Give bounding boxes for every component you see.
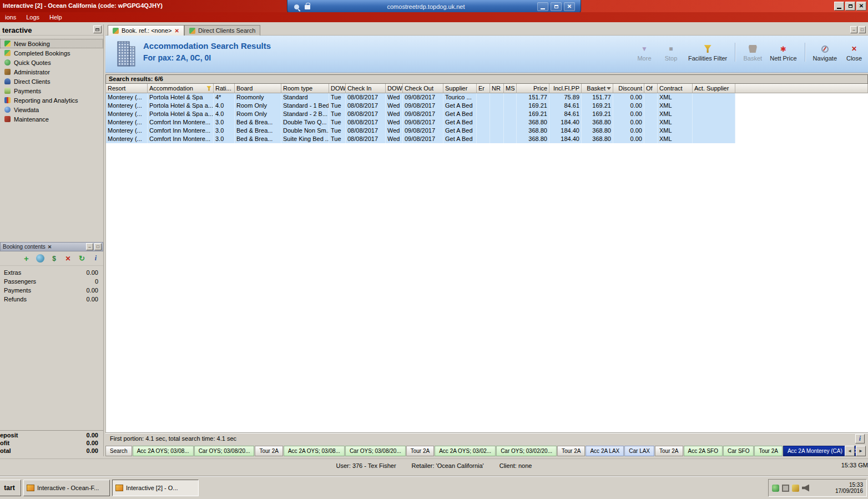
bottom-tab-acc-2a-oys-03-08[interactable]: Acc 2A OYS; 03/08... — [133, 446, 194, 456]
bottom-tab-tour-2a[interactable]: Tour 2A — [557, 446, 585, 456]
bottom-tab-acc-2a-oys-03-02[interactable]: Acc 2A OYS; 03/02... — [435, 446, 496, 456]
column-header-dow[interactable]: DOW — [386, 84, 403, 93]
devices-icon[interactable] — [792, 485, 799, 492]
bottom-tab-acc-2a-oys-03-08[interactable]: Acc 2A OYS; 03/08... — [284, 446, 345, 456]
column-header-room-type[interactable]: Room type — [281, 84, 329, 93]
bottom-tab-tour-2a[interactable]: Tour 2A — [255, 446, 282, 456]
sidebar-item-payments[interactable]: Payments — [0, 86, 103, 95]
navigate-button[interactable]: Navigate — [813, 46, 837, 62]
column-header-check-in[interactable]: Check In — [346, 84, 386, 93]
sidebar-item-maintenance[interactable]: Maintenance — [0, 114, 103, 124]
table-row[interactable]: Monterey (...Comfort Inn Montere...3.0Be… — [106, 118, 868, 127]
menu-item-help[interactable]: Help — [44, 14, 67, 21]
column-header-of[interactable]: Of — [644, 84, 658, 93]
column-header-basket[interactable]: Basket — [582, 84, 613, 93]
bottom-tab-car-oys-03-02-20[interactable]: Car OYS; 03/02/20... — [496, 446, 557, 456]
taskbar-window-interactive-2-o[interactable]: Interactive [2] - O... — [112, 480, 199, 496]
rdp-close-button[interactable]: ✕ — [564, 2, 575, 11]
panel-minimize-button[interactable]: – — [850, 26, 857, 33]
column-header-incl-fl-pp[interactable]: Incl.Fl.PP — [549, 84, 582, 93]
panel-restore-button[interactable]: □ — [859, 26, 866, 33]
bottom-tab-acc-2a-lax[interactable]: Acc 2A LAX — [586, 446, 624, 456]
bottom-tab-tour-2a[interactable]: Tour 2A — [655, 446, 683, 456]
column-header-nr[interactable]: NR — [490, 84, 504, 93]
info-button[interactable] — [855, 434, 865, 443]
add-icon[interactable] — [22, 254, 31, 263]
sidebar-item-quick-quotes[interactable]: Quick Quotes — [0, 58, 103, 67]
scroll-left-button[interactable]: ◄ — [845, 446, 855, 456]
column-header-price[interactable]: Price — [517, 84, 549, 93]
panel-minimize-button[interactable]: – — [86, 243, 93, 250]
start-button[interactable]: tart — [0, 480, 21, 496]
rdp-restore-button[interactable] — [551, 2, 562, 11]
column-header-board[interactable]: Board — [235, 84, 281, 93]
column-header-rati[interactable]: Rati... — [214, 84, 235, 93]
column-header-ms[interactable]: MS — [504, 84, 517, 93]
bottom-tab-car-oys-03-08-20[interactable]: Car OYS; 03/08/20... — [345, 446, 406, 456]
nett-price-button[interactable]: Nett Price — [770, 45, 796, 62]
table-cell: Standard — [281, 93, 329, 102]
table-row[interactable]: Monterey (...Portola Hotel & Spa4*Roomon… — [106, 93, 868, 102]
panel-restore-button[interactable]: □ — [94, 243, 102, 250]
pin-icon[interactable] — [294, 4, 299, 9]
table-row[interactable]: Monterey (...Portola Hotel & Spa a...4.0… — [106, 102, 868, 110]
sidebar-collapse-button[interactable] — [93, 26, 102, 33]
table-row[interactable]: Monterey (...Portola Hotel & Spa a...4.0… — [106, 110, 868, 118]
sidebar-item-reporting-and-analytics[interactable]: Reporting and Analytics — [0, 95, 103, 105]
facilities-filter-button[interactable]: Facilities Filter — [688, 45, 727, 62]
tab-close-icon[interactable]: ✕ — [175, 28, 179, 34]
column-header-dow[interactable]: DOW — [329, 84, 346, 93]
booking-panel-close-icon[interactable]: ✕ — [48, 244, 52, 250]
sidebar-item-completed-bookings[interactable]: Completed Bookings — [0, 48, 103, 58]
basket-icon[interactable] — [50, 254, 58, 263]
bottom-tab-search[interactable]: Search — [105, 446, 132, 456]
table-cell: Get A Bed — [443, 127, 477, 135]
bottom-tab-tour-2a[interactable]: Tour 2A — [406, 446, 434, 456]
building-icon — [115, 41, 137, 67]
close-button[interactable]: Close — [845, 45, 864, 62]
column-header-resort[interactable]: Resort — [106, 84, 148, 93]
sidebar-item-administrator[interactable]: Administrator — [0, 67, 103, 77]
taskbar-clock[interactable]: 15:33 17/09/2016 — [835, 482, 863, 494]
apps-icon2[interactable] — [772, 485, 779, 492]
globe-icon[interactable] — [36, 254, 44, 263]
column-header-er[interactable]: Er — [477, 84, 490, 93]
column-header-supplier[interactable]: Supplier — [443, 84, 477, 93]
table-cell: Wed — [386, 110, 403, 118]
info-icon[interactable] — [92, 254, 100, 263]
column-header-act-supplier[interactable]: Act. Supplier — [693, 84, 735, 93]
column-header-discount[interactable]: Discount — [613, 84, 644, 93]
volume-icon[interactable] — [802, 485, 809, 492]
rdp-minimize-button[interactable] — [537, 2, 548, 11]
restore-button[interactable] — [845, 2, 855, 11]
bottom-tab-car-sfo[interactable]: Car SFO — [723, 446, 754, 456]
bottom-tab-car-lax[interactable]: Car LAX — [624, 446, 654, 456]
tab-label: Book. ref.: <none> — [122, 27, 172, 34]
search-timing-text: First portion: 4.1 sec, total search tim… — [110, 435, 236, 442]
table-cell — [693, 110, 735, 118]
table-row[interactable]: Monterey (...Comfort Inn Montere...3.0Be… — [106, 135, 868, 143]
sidebar-item-direct-clients[interactable]: Direct Clients — [0, 77, 103, 86]
column-header-contract[interactable]: Contract — [658, 84, 693, 93]
menu-item-ions[interactable]: ions — [0, 14, 21, 21]
sidebar-item-viewdata[interactable]: Viewdata — [0, 105, 103, 114]
column-header-check-out[interactable]: Check Out — [403, 84, 443, 93]
bottom-tab-acc-2a-sfo[interactable]: Acc 2A SFO — [684, 446, 723, 456]
close-button[interactable]: ✕ — [856, 2, 866, 11]
bottom-tab-car-oys-03-08-20[interactable]: Car OYS; 03/08/20... — [194, 446, 255, 456]
delete-icon[interactable] — [64, 254, 72, 263]
taskbar-window-interactive-ocean-f[interactable]: Interactive - Ocean-F... — [23, 480, 110, 496]
column-header-accommodation[interactable]: Accommodation — [148, 84, 214, 93]
tab-booking-ref[interactable]: Book. ref.: <none> ✕ — [108, 25, 184, 36]
bottom-tab-tour-2a[interactable]: Tour 2A — [754, 446, 782, 456]
bottom-tab-acc-2a-monterey-ca[interactable]: Acc 2A Monterey (CA) — [783, 446, 847, 456]
minimize-button[interactable] — [834, 2, 844, 11]
display-icon[interactable] — [782, 485, 789, 492]
refresh-icon[interactable] — [78, 254, 86, 263]
sidebar-item-new-booking[interactable]: New Booking — [0, 39, 103, 48]
table-row[interactable]: Monterey (...Comfort Inn Montere...3.0Be… — [106, 127, 868, 135]
menu-item-logs[interactable]: Logs — [21, 14, 44, 21]
scroll-right-button[interactable]: ► — [856, 446, 866, 456]
tab-direct-clients-search[interactable]: Direct Clients Search — [184, 25, 260, 36]
booking-panel-header[interactable]: Booking contents ✕ – □ — [0, 242, 103, 251]
